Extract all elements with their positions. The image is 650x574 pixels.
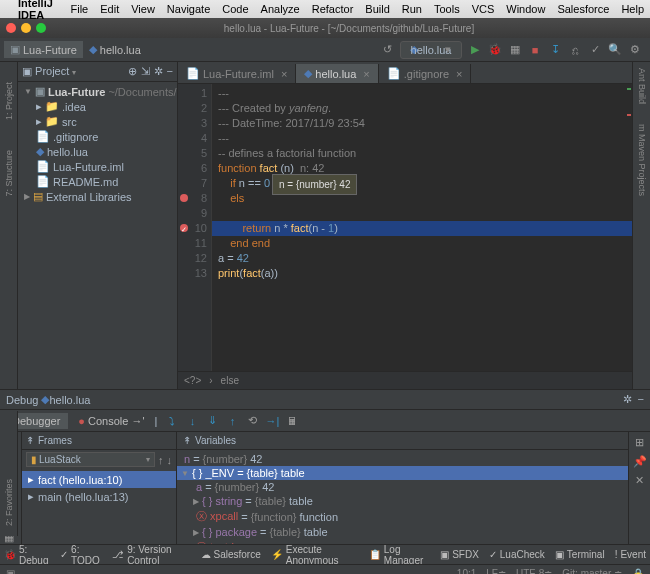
tree-root[interactable]: ▼ ▣ Lua-Future ~/Documents/...	[18, 84, 177, 99]
expand-icon[interactable]: ▶	[193, 528, 199, 537]
variable-row[interactable]: ⓧ tostring = {function} function	[177, 539, 628, 544]
minimize-window-button[interactable]	[21, 23, 31, 33]
editor-tab[interactable]: 📄Lua-Future.iml×	[178, 64, 296, 83]
variable-row[interactable]: ⓧ xpcall = {function} function	[177, 508, 628, 525]
git-branch[interactable]: Git: master ≑	[562, 568, 622, 574]
step-over-icon[interactable]: ⤵	[165, 414, 179, 428]
bottom-tool-5debug[interactable]: 🐞5: Debug	[4, 544, 50, 564]
restore-layout-icon[interactable]: ⊞	[635, 436, 644, 449]
menu-refactor[interactable]: Refactor	[312, 3, 354, 15]
close-tab-icon[interactable]: ×	[363, 68, 369, 80]
bottom-tool-sfdx[interactable]: ▣SFDX	[440, 549, 479, 560]
drop-frame-icon[interactable]: ⟲	[245, 414, 259, 428]
variable-row[interactable]: n = {number} 42	[177, 452, 628, 466]
code-line[interactable]: --- Created by yanfeng.	[218, 101, 632, 116]
bottom-tool-6todo[interactable]: ✓6: TODO	[60, 544, 102, 564]
console-tab[interactable]: ● Console →'	[70, 413, 152, 429]
close-tab-icon[interactable]: ×	[281, 68, 287, 80]
code-line[interactable]: ---	[218, 86, 632, 101]
frames-up-icon[interactable]: ↟	[26, 435, 34, 446]
build-icon[interactable]: ↺	[380, 43, 394, 57]
menu-navigate[interactable]: Navigate	[167, 3, 210, 15]
bottom-tool-logmanager[interactable]: 📋Log Manager	[369, 544, 430, 564]
hide-debug-icon[interactable]: −	[638, 393, 644, 406]
editor-tab[interactable]: ◆hello.lua×	[296, 64, 378, 83]
menu-intellijidea[interactable]: IntelliJ IDEA	[18, 0, 59, 21]
variable-row[interactable]: ▶{ } package = {table} table	[177, 525, 628, 539]
menu-tools[interactable]: Tools	[434, 3, 460, 15]
force-step-into-icon[interactable]: ⇓	[205, 414, 219, 428]
nav-project-tab[interactable]: ▣ Lua-Future	[4, 41, 83, 58]
collapse-icon[interactable]: ⇲	[141, 65, 150, 78]
favorites-tool-button[interactable]: 2: Favorites	[4, 479, 14, 526]
commit-icon[interactable]: ✓	[588, 43, 602, 57]
variable-row[interactable]: ▶{ } string = {table} table	[177, 494, 628, 508]
zoom-window-button[interactable]	[36, 23, 46, 33]
debug-icon[interactable]: 🐞	[488, 43, 502, 57]
menu-run[interactable]: Run	[402, 3, 422, 15]
tree-item[interactable]: ◆hello.lua	[18, 144, 177, 159]
caret-position[interactable]: 10:1	[457, 568, 476, 574]
stop-icon[interactable]: ■	[528, 43, 542, 57]
scrollbar-right[interactable]	[626, 84, 632, 371]
bottom-tool-executeanonymous[interactable]: ⚡Execute Anonymous	[271, 544, 359, 564]
maven-tool-button[interactable]: m Maven Projects	[637, 124, 647, 196]
step-out-icon[interactable]: ↑	[225, 414, 239, 428]
menu-vcs[interactable]: VCS	[472, 3, 495, 15]
variable-row[interactable]: ▼{ } _ENV = {table} table	[177, 466, 628, 480]
structure-tool-button[interactable]: 7: Structure	[4, 150, 14, 197]
settings-gear-icon[interactable]: ✲	[154, 65, 163, 78]
menu-code[interactable]: Code	[222, 3, 248, 15]
close-window-button[interactable]	[6, 23, 16, 33]
code-line[interactable]	[218, 206, 632, 221]
code-line[interactable]: return n * fact(n - 1)	[212, 221, 632, 236]
update-icon[interactable]: ↧	[548, 43, 562, 57]
frame-row[interactable]: ▸main (hello.lua:13)	[22, 488, 176, 505]
nav-file-crumb[interactable]: ◆ hello.lua	[83, 41, 147, 58]
tree-item[interactable]: ▸ 📁.idea	[18, 99, 177, 114]
breadcrumb-item[interactable]: else	[221, 375, 239, 386]
tree-item[interactable]: 📄Lua-Future.iml	[18, 159, 177, 174]
bottom-tool-salesforce[interactable]: ☁Salesforce	[201, 549, 261, 560]
menu-window[interactable]: Window	[506, 3, 545, 15]
menu-analyze[interactable]: Analyze	[261, 3, 300, 15]
debug-settings-icon[interactable]: ✲	[623, 393, 632, 406]
hide-panel-icon[interactable]: −	[167, 65, 173, 78]
menu-edit[interactable]: Edit	[100, 3, 119, 15]
thread-dropdown[interactable]: ▮ LuaStack ▾	[26, 452, 155, 467]
ant-build-tool-button[interactable]: Ant Build	[637, 68, 647, 104]
close-tab-icon[interactable]: ×	[456, 68, 462, 80]
settings-icon[interactable]: ⚙	[628, 43, 642, 57]
tree-item[interactable]: 📄README.md	[18, 174, 177, 189]
frame-row[interactable]: ▸fact (hello.lua:10)	[22, 471, 176, 488]
tree-item[interactable]: ▸ 📁src	[18, 114, 177, 129]
scroll-from-source-icon[interactable]: ⊕	[128, 65, 137, 78]
prev-frame-icon[interactable]: ↑	[158, 454, 164, 466]
coverage-icon[interactable]: ▦	[508, 43, 522, 57]
expand-icon[interactable]: ▶	[193, 497, 199, 506]
code-line[interactable]: a = 42	[218, 251, 632, 266]
project-tool-button[interactable]: 1: Project	[4, 82, 14, 120]
project-view-dropdown[interactable]: ▣ Project ▾	[22, 65, 76, 78]
bottom-tool-terminal[interactable]: ▣Terminal	[555, 549, 605, 560]
menu-file[interactable]: File	[71, 3, 89, 15]
editor-gutter[interactable]: 12345678910111213	[178, 84, 212, 371]
search-icon[interactable]: 🔍	[608, 43, 622, 57]
pin-icon[interactable]: 📌	[633, 455, 647, 468]
vcs-icon[interactable]: ⎌	[568, 43, 582, 57]
evaluate-icon[interactable]: 🖩	[285, 414, 299, 428]
menu-salesforce[interactable]: Salesforce	[557, 3, 609, 15]
run-config-dropdown[interactable]: ◆ hello.lua ▾	[400, 41, 462, 59]
step-into-icon[interactable]: ↓	[185, 414, 199, 428]
bottom-tool-event[interactable]: !Event	[615, 549, 646, 560]
menu-view[interactable]: View	[131, 3, 155, 15]
tool-windows-icon[interactable]: ▣	[6, 568, 15, 574]
menu-help[interactable]: Help	[621, 3, 644, 15]
tree-item[interactable]: 📄.gitignore	[18, 129, 177, 144]
bottom-tool-luacheck[interactable]: ✓LuaCheck	[489, 549, 545, 560]
external-libraries[interactable]: ▶ ▤ External Libraries	[18, 189, 177, 204]
editor-tab[interactable]: 📄.gitignore×	[379, 64, 472, 83]
code-editor[interactable]: 12345678910111213 n = {number} 42 ------…	[178, 84, 632, 371]
bottom-tool-9versioncontrol[interactable]: ⎇9: Version Control	[112, 544, 190, 564]
next-frame-icon[interactable]: ↓	[167, 454, 173, 466]
